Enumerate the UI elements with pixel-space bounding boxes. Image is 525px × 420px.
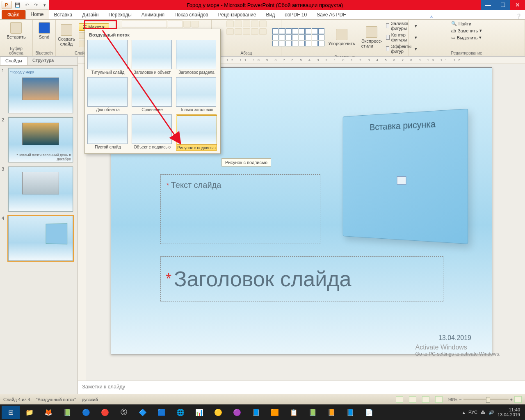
tab-saveaspdf[interactable]: Save As PDF: [312, 10, 351, 19]
select-button[interactable]: ▭ Выделить ▾: [451, 34, 482, 41]
layout-picture-caption[interactable]: Рисунок с подписью: [176, 114, 217, 151]
align-right-icon[interactable]: [243, 28, 250, 35]
system-tray[interactable]: ▴ РУС 🖧 🔊 11:40 13.04.2019: [463, 407, 523, 417]
fit-to-window-icon[interactable]: [514, 396, 522, 403]
save-icon[interactable]: 💾: [14, 1, 21, 9]
close-button[interactable]: ✕: [510, 0, 525, 10]
view-slideshow-icon[interactable]: [435, 396, 443, 403]
taskbar-explorer-icon[interactable]: 📁: [21, 406, 39, 419]
status-lang[interactable]: русский: [82, 397, 98, 402]
redo-icon[interactable]: ↷: [32, 1, 39, 9]
linespacing-icon[interactable]: [259, 21, 267, 27]
tab-slideshow[interactable]: Показ слайдов: [169, 10, 213, 19]
undo-icon[interactable]: ↶: [23, 1, 30, 9]
taskbar-skype-icon[interactable]: Ⓢ: [115, 406, 133, 419]
indent-inc-icon[interactable]: [251, 21, 258, 27]
file-tab[interactable]: Файл: [2, 10, 25, 19]
thumb-4[interactable]: 4: [2, 216, 76, 261]
zoom-out-icon[interactable]: −: [459, 397, 461, 402]
taskbar-app6-icon[interactable]: 📊: [190, 406, 208, 419]
layout-title-content[interactable]: Заголовок и объект: [132, 40, 173, 75]
justify-icon[interactable]: [251, 28, 258, 35]
align-center-icon[interactable]: [235, 28, 242, 35]
numbering-icon[interactable]: [235, 21, 242, 27]
taskbar-app1-icon[interactable]: 📗: [58, 406, 76, 419]
taskbar-viber-icon[interactable]: 🟣: [228, 406, 246, 419]
insert-picture-icon[interactable]: [397, 176, 406, 185]
qat-more-icon[interactable]: ▾: [41, 1, 48, 9]
ribbon-minimize-icon[interactable]: ▵: [427, 14, 436, 19]
view-reading-icon[interactable]: [422, 396, 429, 403]
minimize-button[interactable]: —: [481, 0, 495, 10]
tab-insert[interactable]: Вставка: [49, 10, 78, 19]
taskbar-excel-icon[interactable]: 📗: [304, 406, 322, 419]
font-size-select[interactable]: [168, 21, 183, 28]
thumb-2[interactable]: 2*Теплый почти весенний день в декабре: [2, 117, 76, 162]
taskbar-app3-icon[interactable]: 🔷: [134, 406, 152, 419]
taskbar-firefox-icon[interactable]: 🦊: [39, 406, 57, 419]
thumb-3[interactable]: 3: [2, 167, 76, 212]
tab-dopdf[interactable]: doPDF 10: [280, 10, 312, 19]
start-button[interactable]: ⊞: [2, 406, 20, 419]
layout-blank[interactable]: Пустой слайд: [87, 114, 128, 151]
layout-section-header[interactable]: Заголовок раздела: [176, 40, 217, 75]
taskbar-app10-icon[interactable]: 📄: [360, 406, 378, 419]
tab-animation[interactable]: Анимация: [137, 10, 169, 19]
view-normal-icon[interactable]: [396, 396, 403, 403]
taskbar-powerpoint-icon[interactable]: 📙: [322, 406, 340, 419]
quick-styles-button[interactable]: Экспресс-стили: [359, 25, 385, 50]
tab-view[interactable]: Вид: [261, 10, 280, 19]
paste-button[interactable]: Вставить: [4, 21, 28, 41]
find-button[interactable]: 🔍 Найти: [451, 21, 482, 27]
grow-font-icon[interactable]: [183, 21, 191, 27]
picture-placeholder[interactable]: Вставка рисунка: [343, 109, 468, 244]
maximize-button[interactable]: ☐: [495, 0, 510, 10]
font-name-select[interactable]: [122, 21, 167, 28]
tray-network-icon[interactable]: 🖧: [481, 410, 485, 415]
send-button[interactable]: Send: [36, 21, 52, 41]
taskbar-opera-icon[interactable]: 🔴: [96, 406, 114, 419]
tab-design[interactable]: Дизайн: [77, 10, 103, 19]
new-slide-button[interactable]: Создать слайд: [55, 23, 78, 48]
body-placeholder[interactable]: * Текст слайда: [160, 174, 320, 244]
align-left-icon[interactable]: [226, 28, 234, 35]
bullets-icon[interactable]: [226, 21, 234, 27]
app-logo: P: [2, 1, 11, 9]
shapes-gallery[interactable]: [272, 28, 324, 46]
tab-slides[interactable]: Слайды: [0, 57, 27, 65]
taskbar-app8-icon[interactable]: 🟧: [266, 406, 284, 419]
title-placeholder[interactable]: *Заголовок слайда: [160, 256, 443, 301]
shrink-font-icon[interactable]: [192, 21, 199, 27]
tab-home[interactable]: Home: [25, 9, 49, 19]
tray-volume-icon[interactable]: 🔊: [488, 410, 494, 415]
taskbar-app2-icon[interactable]: 🔵: [77, 406, 95, 419]
layout-two-content[interactable]: Два объекта: [87, 77, 128, 112]
zoom-slider[interactable]: [463, 399, 509, 400]
notes-pane[interactable]: Заметки к слайду: [78, 381, 525, 394]
tab-outline[interactable]: Структура: [27, 57, 59, 65]
layout-content-caption[interactable]: Объект с подписью: [132, 114, 173, 151]
tab-transitions[interactable]: Переходы: [103, 10, 136, 19]
tray-lang[interactable]: РУС: [468, 410, 477, 415]
taskbar-chrome-icon[interactable]: 🟡: [209, 406, 227, 419]
columns-icon[interactable]: [259, 28, 267, 35]
replace-button[interactable]: ab Заменить ▾: [451, 27, 482, 34]
tab-review[interactable]: Рецензирование: [213, 10, 261, 19]
thumb-1[interactable]: 1*Город у моря: [2, 68, 76, 113]
taskbar-app5-icon[interactable]: 🌐: [171, 406, 189, 419]
status-slide: Слайд 4 из 4: [3, 397, 30, 402]
taskbar-app7-icon[interactable]: 📘: [247, 406, 265, 419]
taskbar-word-icon[interactable]: 📘: [341, 406, 359, 419]
help-icon[interactable]: ❔: [512, 14, 525, 19]
zoom-in-icon[interactable]: +: [510, 397, 513, 402]
tray-clock[interactable]: 11:40 13.04.2019: [498, 407, 520, 417]
view-sorter-icon[interactable]: [409, 396, 416, 403]
indent-dec-icon[interactable]: [243, 21, 250, 27]
layout-title-slide[interactable]: Титульный слайд: [87, 40, 128, 75]
taskbar-app4-icon[interactable]: 🟦: [153, 406, 171, 419]
layout-title-only[interactable]: Только заголовок: [176, 77, 217, 112]
arrange-button[interactable]: Упорядочить: [326, 27, 357, 48]
taskbar-app9-icon[interactable]: 📋: [285, 406, 303, 419]
tray-expand-icon[interactable]: ▴: [463, 410, 465, 415]
layout-comparison[interactable]: Сравнение: [132, 77, 173, 112]
